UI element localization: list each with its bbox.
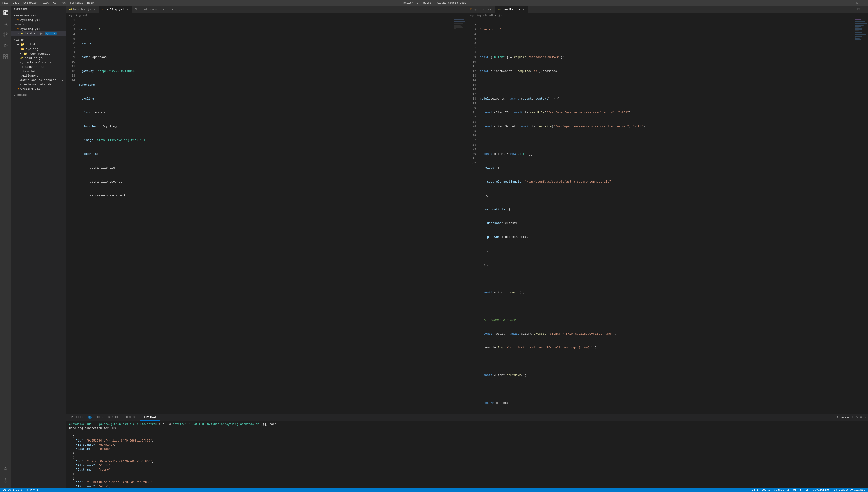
tab-cycling-yml-right[interactable]: Y cycling.yml <box>467 6 496 13</box>
svg-point-4 <box>4 22 6 24</box>
group1-label: GROUP 1 <box>11 22 66 27</box>
title-bar-menu[interactable]: File Edit Selection View Go Run Terminal… <box>0 1 96 5</box>
chevron-right-icon: ▶ <box>18 43 19 46</box>
right-code-editor[interactable]: 12345 678910 1112131415 1617181920 21222… <box>467 18 868 414</box>
explorer-icon[interactable] <box>0 7 11 18</box>
status-cursor[interactable]: Ln 1, Col 1 <box>751 488 771 492</box>
sidebar-item-cycling-folder[interactable]: ▾ 📂 cycling <box>11 47 66 51</box>
folder-icon: 📁 <box>21 43 24 46</box>
astra-group[interactable]: ▾ ASTRA <box>11 38 66 42</box>
tab-close-button[interactable]: ✕ <box>93 8 96 11</box>
panel-tab-debug-console[interactable]: DEBUG CONSOLE <box>95 414 123 421</box>
sidebar-item-node-modules[interactable]: ▶ 📁 node_modules <box>11 51 66 56</box>
sidebar-item-package-lock[interactable]: {} package-lock.json <box>11 60 66 65</box>
svg-rect-10 <box>3 55 5 56</box>
tab-handler-js-right[interactable]: JS handler.js ✕ <box>496 6 528 13</box>
tab-cycling-yml[interactable]: Y cycling.yml ✕ <box>99 6 132 13</box>
activity-bar-bottom <box>0 464 11 488</box>
yml-icon: Y <box>18 88 19 90</box>
title-bar-controls[interactable]: ─ □ ✕ <box>847 1 868 5</box>
chevron-down-icon: ▾ <box>18 48 19 50</box>
sidebar-item-cycling-yml-2[interactable]: Y cycling.yml <box>11 27 66 31</box>
extensions-icon[interactable] <box>0 51 11 62</box>
menu-view[interactable]: View <box>41 1 51 5</box>
panel-tab-terminal[interactable]: TERMINAL <box>139 414 159 421</box>
close-button[interactable]: ✕ <box>861 1 868 5</box>
menu-selection[interactable]: Selection <box>22 1 40 5</box>
sidebar-more-icon[interactable]: ··· <box>58 8 63 10</box>
status-encoding[interactable]: UTF-8 <box>792 488 803 492</box>
more-icon[interactable]: ··· <box>460 8 465 11</box>
maximize-button[interactable]: □ <box>854 1 861 5</box>
panel-tab-problems[interactable]: PROBLEMS 9 <box>68 414 95 421</box>
panel-tab-output[interactable]: OUTPUT <box>124 414 140 421</box>
sidebar-item-gitignore[interactable]: ! .gitignore <box>11 74 66 78</box>
file-icon: ! <box>18 83 19 86</box>
new-terminal-icon[interactable]: + <box>852 415 854 419</box>
menu-run[interactable]: Run <box>59 1 68 5</box>
terminal-line: [ <box>69 430 865 435</box>
tab-label: cycling.yml <box>104 8 124 11</box>
status-update[interactable]: Go Update Available <box>833 488 866 492</box>
kill-terminal-icon[interactable]: 🗑 <box>860 416 863 419</box>
breadcrumb-separator: › <box>482 14 484 17</box>
right-tab-bar-actions[interactable]: ⧉ ··· <box>856 6 868 13</box>
file-label: handler.js <box>25 32 43 35</box>
right-tab-bar: Y cycling.yml JS handler.js ✕ ⧉ ··· <box>467 6 868 13</box>
split-editor-icon[interactable]: ⧉ <box>858 7 860 11</box>
split-terminal-icon[interactable]: ⧉ <box>856 416 858 419</box>
source-control-icon[interactable] <box>0 29 11 40</box>
svg-line-5 <box>6 24 7 26</box>
left-code-editor[interactable]: 12345 678910 11121314 version: 1.0 provi… <box>66 18 467 414</box>
sidebar-item-handler-js[interactable]: ✕ JS handler.js cycling <box>11 31 66 36</box>
editor-panes: JS handler.js ✕ Y cycling.yml ✕ SH creat… <box>66 6 868 414</box>
sidebar-item-astra-secure[interactable]: ! astra-secure-connect-... <box>11 78 66 82</box>
tab-close-button[interactable]: ✕ <box>522 8 525 11</box>
close-icon[interactable]: ✕ <box>18 32 19 35</box>
menu-terminal[interactable]: Terminal <box>68 1 85 5</box>
tab-close-button[interactable]: ✕ <box>170 8 174 11</box>
panel-actions[interactable]: 1: bash + ⧉ 🗑 ✕ <box>836 415 866 419</box>
terminal-content[interactable]: alex@alex-nuc8:~/go/src/github.com/alexe… <box>66 421 868 488</box>
file-label: template <box>23 70 37 73</box>
sidebar-item-build[interactable]: ▶ 📁 build <box>11 42 66 47</box>
open-editors-group[interactable]: ▾ OPEN EDITORS <box>11 14 66 18</box>
account-icon[interactable] <box>0 464 11 475</box>
status-spaces[interactable]: Spaces: 2 <box>773 488 790 492</box>
tab-create-secrets[interactable]: SH create-secrets.sh ✕ <box>132 6 177 13</box>
tab-close-button[interactable]: ✕ <box>126 8 129 11</box>
settings-icon[interactable] <box>0 475 11 486</box>
minimize-button[interactable]: ─ <box>847 1 854 5</box>
terminal-line: }, <box>69 451 865 456</box>
sidebar-item-template[interactable]: ! template <box>11 69 66 74</box>
tab-bar-actions[interactable]: ··· <box>458 6 467 13</box>
tab-label: handler.js <box>73 8 91 11</box>
debug-icon[interactable] <box>0 40 11 51</box>
status-branch[interactable]: ⎇ Go 1.15.6 <box>2 488 24 492</box>
sidebar-item-create-secrets[interactable]: ! create-secrets.sh <box>11 82 66 87</box>
tab-handler-js[interactable]: JS handler.js ✕ <box>66 6 99 13</box>
problems-badge: 9 <box>88 416 91 419</box>
menu-go[interactable]: Go <box>51 1 58 5</box>
terminal-line: "firstname": "Chris", <box>69 464 865 468</box>
status-language[interactable]: JavaScript <box>812 488 831 492</box>
outline-section[interactable]: ▶ OUTLINE <box>11 92 66 98</box>
terminal-shell-select[interactable]: 1: bash <box>836 416 850 419</box>
sidebar-item-package-json[interactable]: {} package.json <box>11 65 66 69</box>
panel-tab-bar: PROBLEMS 9 DEBUG CONSOLE OUTPUT TERMINAL… <box>66 414 868 421</box>
sidebar-item-cycling-yml-1[interactable]: Y cycling.yml <box>11 18 66 22</box>
tab-label: handler.js <box>502 8 520 11</box>
menu-file[interactable]: File <box>0 1 10 5</box>
json-icon: {} <box>20 61 23 64</box>
close-panel-icon[interactable]: ✕ <box>864 416 866 419</box>
menu-help[interactable]: Help <box>85 1 96 5</box>
menu-edit[interactable]: Edit <box>11 1 21 5</box>
open-editors-label: OPEN EDITORS <box>16 14 36 17</box>
sidebar-item-handler-js-cycling[interactable]: JS handler.js <box>11 56 66 60</box>
search-icon[interactable] <box>0 18 11 29</box>
more-icon[interactable]: ··· <box>861 8 866 11</box>
sidebar-header-actions[interactable]: ··· <box>58 8 63 10</box>
sidebar-item-cycling-yml[interactable]: Y cycling.yml <box>11 87 66 91</box>
status-line-ending[interactable]: LF <box>805 488 810 492</box>
status-errors[interactable]: ⚠ 0 ⊗ 0 <box>26 488 39 492</box>
